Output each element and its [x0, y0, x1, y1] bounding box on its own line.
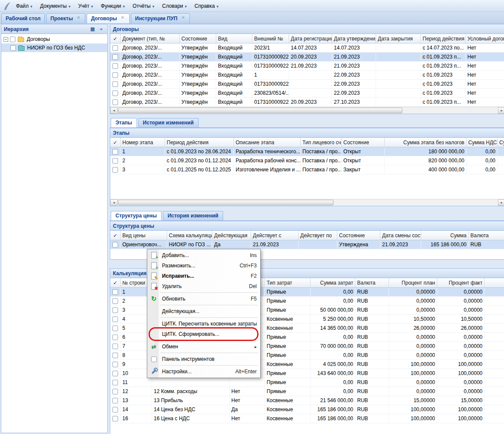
collapse-expander-icon[interactable]: −	[3, 37, 8, 42]
column-header[interactable]: Дата утверждения	[332, 34, 376, 43]
close-icon[interactable]	[120, 16, 125, 21]
menubar-item-dictionaries[interactable]: Словари	[158, 1, 190, 11]
menu-item-refresh[interactable]: ↻ОбновитьF5	[148, 294, 259, 304]
column-header[interactable]: Тип затрат	[265, 278, 311, 287]
checkbox-icon[interactable]	[112, 335, 118, 340]
menubar-item-help[interactable]: Справка	[191, 1, 223, 11]
row-checkbox[interactable]	[110, 156, 121, 165]
row-checkbox[interactable]	[110, 288, 121, 296]
menubar-item-functions[interactable]: Функции	[97, 1, 129, 11]
column-header[interactable]: Дата смены состо	[380, 231, 421, 240]
table-row[interactable]: 11Прямые0,00RUB0,000000,00000	[110, 378, 504, 387]
column-header[interactable]: Сумма этапа без налогов	[385, 138, 467, 147]
row-checkbox[interactable]	[110, 396, 121, 405]
column-header[interactable]: Состояние	[180, 34, 216, 43]
row-checkbox[interactable]	[110, 405, 121, 414]
menu-item-delete[interactable]: ✖УдалитьDel	[148, 281, 259, 291]
table-row[interactable]: Ориентировоч...НИОКР по ГОЗ ...Да21.09.2…	[110, 240, 504, 249]
menubar-item-file[interactable]: Файл	[12, 1, 36, 11]
menubar-item-documents[interactable]: Документы	[36, 1, 74, 11]
row-checkbox[interactable]	[110, 315, 121, 323]
row-checkbox[interactable]	[110, 165, 121, 174]
horizontal-scrollbar[interactable]	[110, 199, 504, 206]
menu-item-exchange[interactable]: ⇄Обмен▸	[148, 341, 259, 352]
tab-stages[interactable]: Этапы	[111, 118, 137, 127]
checkbox-icon[interactable]	[112, 45, 118, 51]
table-row[interactable]: Договор, 2023/...УтверждёнВходящий017310…	[110, 62, 504, 71]
checkbox-icon[interactable]	[112, 407, 118, 412]
tree-item[interactable]: НИОКР по ГОЗ без НДС	[1, 43, 107, 52]
row-checkbox[interactable]	[110, 240, 121, 249]
row-checkbox[interactable]	[110, 369, 121, 378]
checkbox-icon[interactable]	[112, 380, 118, 385]
checkbox-icon[interactable]	[112, 72, 118, 78]
column-header[interactable]: Вид цены	[121, 231, 167, 240]
checkbox-icon[interactable]	[112, 167, 118, 173]
checkbox-icon[interactable]	[10, 45, 16, 51]
table-row[interactable]: 3с 01.01.2025 по 01.12.2025Изготовление …	[110, 165, 504, 174]
column-header[interactable]: Состояние	[342, 138, 385, 147]
checkbox-icon[interactable]	[112, 99, 118, 105]
close-icon[interactable]	[180, 16, 186, 21]
table-row[interactable]: Договор, 2023/...УтверждёнВходящий017310…	[110, 98, 504, 107]
checkbox-icon[interactable]	[112, 353, 118, 358]
row-checkbox[interactable]	[110, 98, 121, 106]
table-row[interactable]: 1313 ПрибыльНетКосвенные21 546 000,00RUB…	[110, 396, 504, 405]
collapse-panel-icon[interactable]	[98, 26, 105, 32]
tab-stages-history[interactable]: История изменений	[138, 118, 199, 127]
column-header[interactable]: ✓	[110, 34, 121, 43]
column-header[interactable]: Сумма НДС этапа	[467, 138, 498, 147]
column-header[interactable]: Действует с	[251, 231, 299, 240]
row-checkbox[interactable]	[110, 378, 121, 387]
column-header[interactable]: Описание этапа	[234, 138, 301, 147]
row-checkbox[interactable]	[110, 147, 121, 156]
column-header[interactable]: Действует по	[299, 231, 337, 240]
column-header[interactable]: Сумма затрат	[311, 278, 355, 287]
row-checkbox[interactable]	[110, 53, 121, 61]
column-header[interactable]: Состояние	[337, 231, 380, 240]
column-header[interactable]: Действующая	[212, 231, 251, 240]
column-header[interactable]: Валюта	[469, 231, 504, 240]
scrollbar-thumb[interactable]	[118, 108, 402, 113]
row-checkbox[interactable]	[110, 306, 121, 314]
table-row[interactable]: Договор, 2023/...УтверждёнВходящий122.09…	[110, 71, 504, 80]
table-row[interactable]: Договор, 2023/...УтверждёнВходящий017310…	[110, 53, 504, 62]
row-checkbox[interactable]	[110, 62, 121, 70]
scroll-left-icon[interactable]	[110, 199, 118, 206]
horizontal-scrollbar[interactable]	[110, 107, 504, 114]
scroll-right-icon[interactable]	[498, 107, 504, 114]
row-checkbox[interactable]	[110, 342, 121, 350]
row-checkbox[interactable]	[110, 360, 121, 369]
tree-item[interactable]: −Договоры	[1, 35, 107, 43]
grid-view-icon[interactable]	[89, 26, 96, 32]
checkbox-icon[interactable]	[112, 158, 118, 164]
row-checkbox[interactable]	[110, 333, 121, 341]
row-checkbox[interactable]	[110, 71, 121, 79]
menu-item-citk-recalculate[interactable]: ЦИТК. Пересчитать косвенные затраты...	[148, 319, 259, 329]
menu-item-toolbar-panel[interactable]: Панель инструментов	[148, 354, 259, 364]
column-header[interactable]: Процент факт	[437, 278, 485, 287]
column-header[interactable]: Период действия	[421, 34, 466, 43]
row-checkbox[interactable]	[110, 387, 121, 396]
tab-price-structure[interactable]: Структура цены	[111, 211, 162, 220]
tab-projects[interactable]: Проекты	[46, 13, 85, 23]
menu-item-settings[interactable]: Настройки...Alt+Enter	[148, 366, 259, 377]
scrollbar-thumb[interactable]	[118, 200, 333, 205]
row-checkbox[interactable]	[110, 297, 121, 305]
row-checkbox[interactable]	[110, 414, 121, 423]
table-row[interactable]: 1616 Цена с НДСНетКосвенные165 186 000,0…	[110, 414, 504, 423]
checkbox-icon[interactable]	[112, 149, 118, 155]
checkbox-icon[interactable]	[112, 326, 118, 331]
checkbox-icon[interactable]	[112, 242, 118, 248]
column-header[interactable]: Схема калькуляци	[167, 231, 212, 240]
column-header[interactable]: Тип лицевого счёт	[301, 138, 342, 147]
column-header[interactable]: Дата закрытия	[376, 34, 421, 43]
table-row[interactable]: Договор, 2023/...УтверждёнВходящий2023/1…	[110, 43, 504, 53]
column-header[interactable]: Дата регистрации	[289, 34, 332, 43]
column-header[interactable]: Период действия	[165, 138, 234, 147]
menubar-item-accounting[interactable]: Учёт	[74, 1, 97, 11]
tab-price-history[interactable]: История изменений	[163, 211, 223, 220]
column-header[interactable]: Внешний №	[252, 34, 289, 43]
close-icon[interactable]	[76, 16, 81, 21]
menu-item-add[interactable]: +Добавить...Ins	[148, 250, 259, 260]
